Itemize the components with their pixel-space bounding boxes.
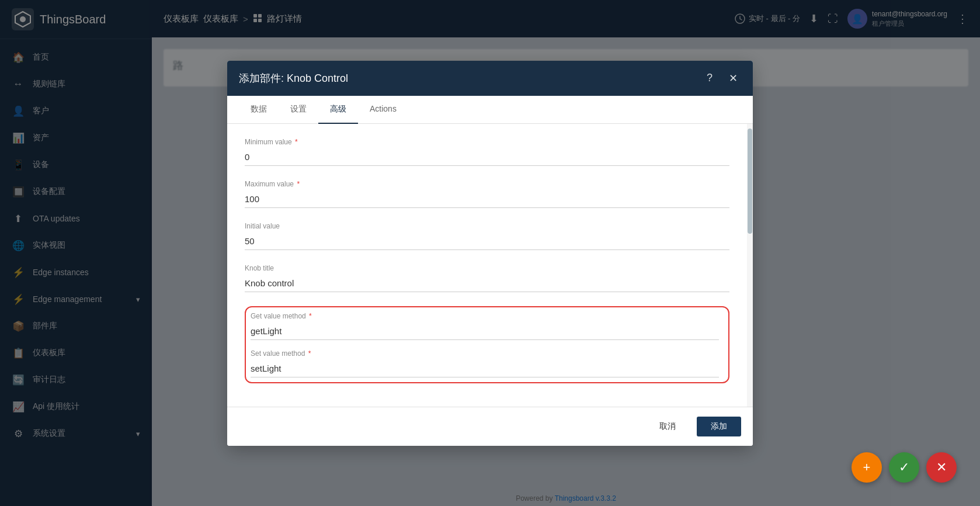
scrollbar-thumb (748, 129, 752, 234)
modal-title: 添加部件: Knob Control (239, 71, 701, 85)
modal-header-icons: ? ✕ (701, 70, 741, 86)
knob-title-field: Knob title (245, 264, 729, 292)
fab-add-button[interactable]: + (852, 452, 882, 483)
initial-value-input[interactable] (245, 233, 729, 250)
max-value-input[interactable] (245, 190, 729, 208)
get-value-input[interactable] (251, 323, 719, 340)
fab-group: + ✓ ✕ (852, 452, 957, 483)
highlighted-fields-group: Get value method * Set value method * (245, 306, 729, 383)
tab-data[interactable]: 数据 (239, 96, 279, 124)
modal-tabs: 数据 设置 高级 Actions (227, 96, 753, 124)
max-value-label: Maximum value * (245, 180, 729, 188)
knob-title-input[interactable] (245, 275, 729, 292)
tab-settings[interactable]: 设置 (279, 96, 318, 124)
tab-advanced[interactable]: 高级 (318, 96, 358, 124)
close-icon[interactable]: ✕ (725, 70, 741, 86)
initial-value-field: Initial value (245, 222, 729, 250)
set-value-field: Set value method * (251, 349, 719, 377)
modal-body: Minimum value * Maximum value * Initial … (227, 124, 753, 407)
cancel-button[interactable]: 取消 (645, 417, 690, 436)
required-marker: * (297, 180, 300, 188)
tab-actions[interactable]: Actions (358, 96, 408, 124)
modal-scrollbar[interactable] (747, 124, 753, 407)
required-marker: * (308, 349, 311, 358)
required-marker: * (295, 138, 298, 146)
min-value-field: Minimum value * (245, 138, 729, 166)
get-value-label: Get value method * (251, 312, 719, 320)
add-widget-modal: 添加部件: Knob Control ? ✕ 数据 设置 高级 Actions … (227, 61, 753, 446)
max-value-field: Maximum value * (245, 180, 729, 208)
modal-header: 添加部件: Knob Control ? ✕ (227, 61, 753, 96)
modal-footer: 取消 添加 (227, 407, 753, 446)
get-value-field: Get value method * (251, 312, 719, 340)
fab-cancel-button[interactable]: ✕ (926, 452, 957, 483)
set-value-label: Set value method * (251, 349, 719, 358)
knob-title-label: Knob title (245, 264, 729, 272)
required-marker: * (309, 312, 312, 320)
modal-scroll-area: Minimum value * Maximum value * Initial … (227, 124, 747, 407)
modal-overlay: 添加部件: Knob Control ? ✕ 数据 设置 高级 Actions … (0, 0, 980, 506)
initial-value-label: Initial value (245, 222, 729, 230)
fab-confirm-button[interactable]: ✓ (889, 452, 919, 483)
set-value-input[interactable] (251, 360, 719, 377)
min-value-input[interactable] (245, 148, 729, 166)
add-button[interactable]: 添加 (697, 417, 741, 436)
min-value-label: Minimum value * (245, 138, 729, 146)
help-icon[interactable]: ? (701, 70, 718, 86)
